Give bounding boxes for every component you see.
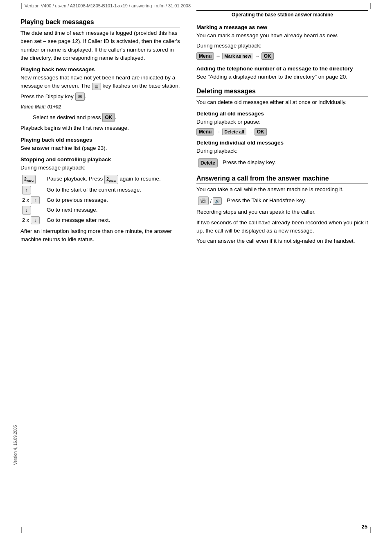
corner-mark-tr xyxy=(370,3,371,9)
control-start: ↑ Go to the start of the current message… xyxy=(20,185,180,195)
subsection-delete-all: Deleting all old messages xyxy=(196,111,368,117)
header-text: Verizon V400 / us-en / A31008-M1805-B101… xyxy=(25,3,191,8)
key-2abc-2: 2ABC xyxy=(104,175,118,184)
after-interruption: After an interruption lasting more than … xyxy=(20,227,180,244)
left-column: Playing back messages The date and time … xyxy=(20,10,192,247)
control-next: ↓ Go to next message. xyxy=(20,205,180,215)
old-messages-body: See answer machine list (page 23). xyxy=(20,144,180,152)
ok-key-delete: OK xyxy=(255,128,267,136)
msg-key-icon: ▤ xyxy=(92,83,101,90)
press-display-key: Press the Display key ✉. xyxy=(20,93,180,101)
playing-back-intro: The date and time of each message is log… xyxy=(20,29,180,62)
key-up: ↑ xyxy=(22,186,31,194)
delete-all-label: Delete all xyxy=(222,129,246,135)
playback-begins: Playback begins with the first new messa… xyxy=(20,124,180,132)
handsfree-key-icon: 🔊 xyxy=(213,197,222,205)
marking-body1: You can mark a message you have already … xyxy=(196,32,368,40)
subsection-stopping: Stopping and controlling playback xyxy=(20,156,180,163)
side-version-text: Version 4, 16.09.2005 xyxy=(13,425,18,465)
section-playing-back: Playing back messages xyxy=(20,18,180,27)
delete-key: Delete xyxy=(198,158,218,167)
section-deleting: Deleting messages xyxy=(196,88,368,97)
subsection-old-messages: Playing back old messages xyxy=(20,137,180,143)
corner-mark-tl xyxy=(21,3,22,9)
voice-mail-label: Voice Mail: 01+02 xyxy=(20,103,180,111)
section-marking: Marking a message as new xyxy=(196,24,368,30)
section-adding-number: Adding the telephone number of a message… xyxy=(196,65,368,72)
right-column: Operating the base station answer machin… xyxy=(192,10,368,247)
key-down: ↓ xyxy=(22,206,31,215)
corner-mark-br xyxy=(370,527,371,533)
answering-body3: If two seconds of the call have already … xyxy=(196,219,368,235)
delete-row: Delete Press the display key. xyxy=(196,158,368,168)
corner-mark-bl xyxy=(21,527,22,533)
key-down-2: ↓ xyxy=(31,216,40,225)
display-key-icon: ✉ xyxy=(75,93,85,101)
ok-key: OK xyxy=(102,113,115,122)
talk-key-icon: ☏ xyxy=(198,196,209,206)
controls-table: 2ABC Pause playback. Press 2ABC again to… xyxy=(20,174,180,225)
answering-table: ☏ / 🔊 Press the Talk or Handsfree key. xyxy=(196,196,368,206)
control-prev: 2 x ↑ Go to previous message. xyxy=(20,195,180,206)
during-playback-label: During message playback: xyxy=(20,164,180,172)
menu-key-delete: Menu xyxy=(196,128,214,136)
ok-key-mark: OK xyxy=(261,52,274,60)
adding-number-body: See "Adding a displayed number to the di… xyxy=(196,73,368,81)
subsection-new-messages: Playing back new messages xyxy=(20,66,180,72)
mark-as-new-label: Mark as new xyxy=(222,53,253,59)
new-messages-body: New messages that have not yet been hear… xyxy=(20,74,180,90)
control-pause: 2ABC Pause playback. Press 2ABC again to… xyxy=(20,174,180,185)
control-after-next: 2 x ↓ Go to message after next. xyxy=(20,215,180,226)
delete-individual-table: Delete Press the display key. xyxy=(196,158,368,168)
answering-body4: You can answer the call even if it is no… xyxy=(196,237,368,245)
page-header: Verizon V400 / us-en / A31008-M1805-B101… xyxy=(0,0,392,8)
right-column-header: Operating the base station answer machin… xyxy=(196,10,368,19)
answering-body1: You can take a call while the answer mac… xyxy=(196,185,368,194)
marking-during: During message playback: xyxy=(196,42,368,50)
delete-all-during: During playback or pause: xyxy=(196,118,368,126)
answering-body2: Recording stops and you can speak to the… xyxy=(196,208,368,216)
deleting-body: You can delete old messages either all a… xyxy=(196,98,368,106)
page-number: 25 xyxy=(362,524,367,530)
subsection-delete-individual: Deleting individual old messages xyxy=(196,140,368,146)
menu-key-mark: Menu xyxy=(196,52,214,60)
key-2abc: 2ABC xyxy=(22,175,36,184)
mark-as-new-menu: Menu → Mark as new → OK xyxy=(196,52,368,60)
talk-row: ☏ / 🔊 Press the Talk or Handsfree key. xyxy=(196,196,368,206)
delete-individual-during: During playback: xyxy=(196,147,368,155)
section-answering: Answering a call from the answer machine xyxy=(196,175,368,184)
select-text: Select as desired and press OK. xyxy=(20,113,180,122)
key-up-2: ↑ xyxy=(31,196,40,205)
delete-all-menu: Menu → Delete all → OK xyxy=(196,128,368,136)
